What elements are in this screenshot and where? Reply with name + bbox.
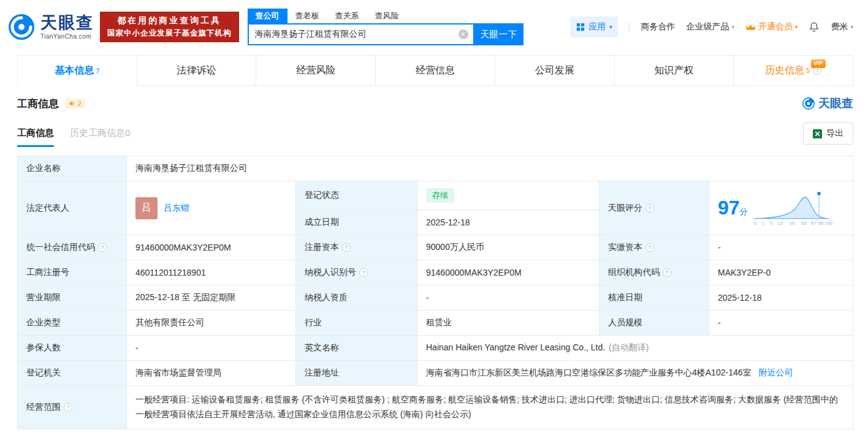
tab-operational-risk[interactable]: 经营风险	[256, 55, 376, 86]
field-label-reg-status: 登记状态	[296, 181, 417, 210]
search-area: 查公司 查老板 查关系 查风险 × 天眼一下	[248, 9, 523, 45]
reg-number-value: 460112011218901	[127, 260, 296, 285]
staff-size-value: -	[709, 311, 853, 336]
nearby-companies-link[interactable]: 附近公司	[758, 368, 793, 377]
table-row: 企业名称 海南海垦扬子江租赁有限公司	[18, 156, 853, 181]
tianyancha-logo-icon	[7, 13, 36, 41]
table-row: 参保人数 - 英文名称 Hainan Haiken Yangtze River …	[18, 336, 853, 361]
industry-value: 租赁业	[417, 311, 600, 336]
insured-count-value: -	[127, 336, 296, 361]
tab-legal-proceedings[interactable]: 法律诉讼	[137, 55, 257, 86]
field-label-taxpayer-quality: 纳税人资质	[296, 285, 417, 311]
english-name-cell: Hainan Haiken Yangtze River Leasing Co.,…	[417, 336, 853, 361]
vip-badge: VIP	[811, 59, 826, 68]
table-row: 经营范围? 一般经营项目: 运输设备租赁服务; 租赁服务 (不含许可类租赁服务)…	[18, 386, 853, 429]
section-title: 工商信息	[17, 97, 59, 111]
chart-axis-label: 5	[769, 221, 772, 226]
table-row: 统一社会信用代码? 91460000MAK3Y2EP0M 注册资本? 90000…	[18, 235, 853, 260]
tab-label: 法律诉讼	[177, 64, 216, 77]
company-nav-tabs: 基本信息7 法律诉讼 经营风险 经营信息 公司发展 知识产权 VIP 历史信息5…	[17, 55, 853, 86]
chart-axis-label: 50	[789, 221, 794, 226]
enterprise-products-menu[interactable]: 企业级产品 ▾	[686, 21, 734, 32]
biz-cooperation-link[interactable]: 商务合作	[641, 21, 675, 32]
tab-business-info[interactable]: 经营信息	[376, 55, 495, 86]
slogan-line-1: 都在用的商业查询工具	[107, 15, 232, 26]
help-icon[interactable]: ?	[64, 403, 72, 412]
search-tab-risk[interactable]: 查风险	[367, 9, 407, 23]
top-header: 天眼查 TianYanCha.com 都在用的商业查询工具 国家中小企业发展子基…	[0, 0, 868, 54]
field-label-paid-capital: 实缴资本?	[600, 235, 709, 260]
tab-label: 公司发展	[535, 64, 574, 77]
help-icon[interactable]: ?	[645, 243, 654, 252]
chart-axis-label: 85	[801, 221, 807, 226]
clear-search-icon[interactable]: ×	[459, 29, 468, 39]
score-marker-dot	[817, 192, 821, 195]
taxpayer-id-value: 91460000MAK3Y2EP0M	[417, 260, 600, 285]
help-icon[interactable]: ?	[645, 204, 654, 213]
tianyancha-logo-icon	[802, 97, 815, 110]
apps-button[interactable]: 应用 ▾	[570, 17, 619, 37]
help-icon[interactable]: ?	[359, 268, 368, 277]
field-label-business-scope: 经营范围?	[18, 386, 127, 429]
legal-rep-link[interactable]: 吕东锴	[164, 203, 189, 214]
subtab-business-registration[interactable]: 工商信息	[17, 127, 54, 147]
tab-label: 经营风险	[296, 64, 335, 77]
username-label: 费米	[831, 21, 848, 32]
subtab-history-business-registration[interactable]: 历史工商信息0	[70, 127, 130, 147]
help-icon[interactable]: ?	[98, 243, 107, 252]
address-cell: 海南省海口市江东新区美兰机场路海口空港综保区多功能产业服务中心4楼A102-14…	[417, 361, 853, 386]
field-label-address: 注册地址	[296, 361, 417, 386]
crown-icon	[745, 23, 756, 31]
user-menu[interactable]: 费米 ▾	[831, 21, 853, 32]
chart-axis-label: 0	[753, 221, 756, 226]
enterprise-products-label: 企业级产品	[686, 21, 729, 32]
help-icon[interactable]: ?	[342, 243, 351, 252]
field-label-credit-code: 统一社会信用代码?	[18, 235, 127, 260]
field-label-taxpayer-id: 纳税人识别号?	[296, 260, 417, 285]
field-label-establish-date: 成立日期	[296, 210, 417, 235]
status-badge: 存续	[426, 188, 454, 203]
export-button[interactable]: 导出	[803, 123, 853, 145]
search-tab-relation[interactable]: 查关系	[327, 9, 367, 23]
vip-membership-label: 开通会员	[758, 21, 793, 32]
search-input[interactable]	[248, 23, 474, 45]
header-right-menu: 应用 ▾ 商务合作 企业级产品 ▾ 开通会员 ▾ 费米 ▾	[570, 17, 853, 37]
field-label-score: 天眼评分?	[600, 181, 709, 235]
tab-label: 经营信息	[416, 64, 455, 77]
logo-subtext: TianYanCha.com	[40, 33, 94, 40]
reg-capital-value: 90000万人民币	[417, 235, 600, 260]
slogan-banner: 都在用的商业查询工具 国家中小企业发展子基金旗下机构	[100, 12, 239, 42]
search-tab-boss[interactable]: 查老板	[287, 9, 327, 23]
field-label-approval-date: 核准日期	[600, 285, 709, 311]
vip-membership-link[interactable]: 开通会员 ▾	[745, 21, 798, 32]
tianyancha-logo[interactable]: 天眼查 TianYanCha.com	[7, 13, 94, 41]
chart-axis-label: 1	[761, 221, 764, 226]
search-button[interactable]: 天眼一下	[474, 23, 523, 45]
score-label: 天眼评分	[608, 203, 642, 214]
bell-icon	[809, 21, 820, 32]
tab-intellectual-property[interactable]: 知识产权	[615, 55, 734, 86]
tab-basic-info[interactable]: 基本信息7	[17, 55, 137, 86]
announcement-count: 2	[78, 100, 82, 107]
search-tab-company[interactable]: 查公司	[248, 9, 287, 23]
tab-company-development[interactable]: 公司发展	[495, 55, 615, 86]
table-row: 法定代表人 吕 吕东锴 登记状态 存续 天眼评分? 97分	[18, 181, 853, 210]
help-icon[interactable]: ?	[663, 268, 671, 277]
export-label: 导出	[826, 128, 843, 139]
legal-rep-cell: 吕 吕东锴	[127, 181, 296, 235]
chevron-down-icon: ▾	[795, 24, 798, 30]
address-value: 海南省海口市江东新区美兰机场路海口空港综保区多功能产业服务中心4楼A102-14…	[426, 368, 752, 377]
announcement-badge[interactable]: 2	[65, 99, 85, 108]
chart-axis-label: 99	[818, 221, 823, 226]
section-header: 工商信息 2 天眼查	[17, 96, 853, 111]
tab-label: 知识产权	[654, 64, 693, 77]
notification-bell-button[interactable]	[809, 21, 820, 32]
field-label-business-term: 营业期限	[18, 285, 127, 311]
org-code-value: MAK3Y2EP-0	[709, 260, 853, 285]
score-cell[interactable]: 97分 0 1 5 15 50 85 97 99	[709, 181, 853, 235]
tab-history-info[interactable]: VIP 历史信息5 ?	[734, 55, 853, 86]
legal-rep-avatar[interactable]: 吕	[135, 197, 158, 219]
table-row: 营业期限 2025-12-18 至 无固定期限 纳税人资质 - 核准日期 202…	[18, 285, 853, 311]
table-row: 企业类型 其他有限责任公司 行业 租赁业 人员规模 -	[18, 311, 853, 336]
reg-status-cell: 存续	[417, 181, 600, 210]
